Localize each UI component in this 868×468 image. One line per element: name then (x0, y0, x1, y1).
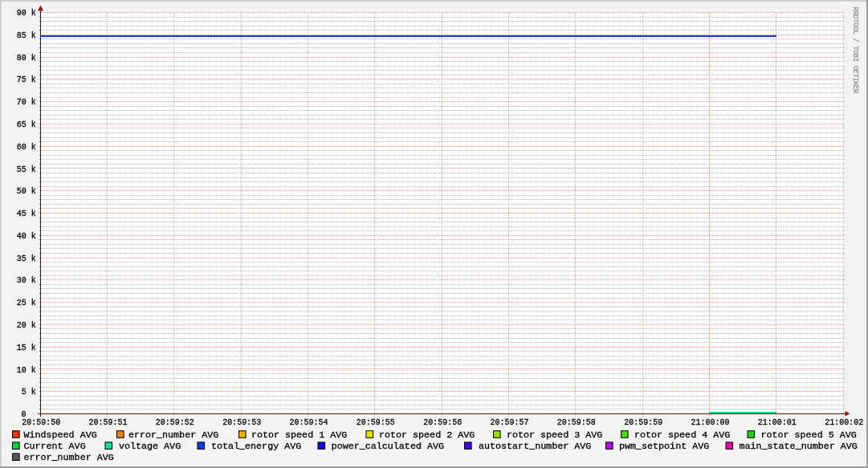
svg-text:20:59:50: 20:59:50 (22, 418, 60, 427)
svg-text:40 k: 40 k (17, 232, 36, 241)
svg-text:rotor speed 2 AVG: rotor speed 2 AVG (379, 429, 475, 441)
svg-text:35 k: 35 k (17, 254, 36, 263)
svg-text:70 k: 70 k (17, 98, 36, 107)
svg-text:error_number AVG: error_number AVG (128, 429, 218, 441)
svg-text:20:59:52: 20:59:52 (156, 418, 194, 427)
svg-text:20 k: 20 k (17, 321, 36, 330)
svg-text:10 k: 10 k (17, 366, 36, 375)
svg-text:total_energy AVG: total_energy AVG (211, 441, 301, 452)
svg-text:45 k: 45 k (17, 210, 36, 218)
svg-text:20:59:58: 20:59:58 (557, 418, 596, 427)
svg-text:30 k: 30 k (17, 276, 36, 285)
svg-text:RRDTOOL / TOBI OETIKER: RRDTOOL / TOBI OETIKER (851, 7, 859, 94)
svg-text:voltage AVG: voltage AVG (119, 441, 181, 452)
svg-text:20:59:55: 20:59:55 (357, 418, 395, 427)
svg-text:50 k: 50 k (17, 187, 36, 196)
svg-text:20:59:51: 20:59:51 (89, 418, 128, 427)
svg-text:power_calculated AVG: power_calculated AVG (332, 441, 444, 452)
svg-text:rotor speed 3 AVG: rotor speed 3 AVG (507, 429, 602, 441)
svg-text:25 k: 25 k (17, 299, 36, 307)
svg-text:55 k: 55 k (17, 165, 36, 174)
svg-text:20:59:54: 20:59:54 (290, 418, 328, 427)
svg-text:20:59:56: 20:59:56 (423, 418, 462, 427)
svg-text:autostart_number AVG: autostart_number AVG (479, 441, 591, 452)
svg-text:20:59:53: 20:59:53 (222, 418, 261, 427)
svg-text:rotor speed 1 AVG: rotor speed 1 AVG (251, 429, 347, 441)
svg-text:65 k: 65 k (17, 120, 36, 129)
svg-text:60 k: 60 k (17, 143, 36, 152)
svg-text:20:59:59: 20:59:59 (624, 418, 662, 427)
svg-text:main_state_number AVG: main_state_number AVG (740, 441, 858, 452)
svg-text:85 k: 85 k (17, 31, 36, 40)
svg-text:21:00:00: 21:00:00 (691, 418, 730, 427)
svg-text:80 k: 80 k (17, 54, 36, 63)
svg-text:Current AVG: Current AVG (24, 441, 86, 452)
svg-text:20:59:57: 20:59:57 (491, 418, 529, 427)
svg-text:pwm_setpoint AVG: pwm_setpoint AVG (619, 441, 709, 452)
svg-text:5 k: 5 k (22, 388, 36, 397)
svg-text:90 k: 90 k (17, 9, 36, 18)
svg-text:rotor speed 4 AVG: rotor speed 4 AVG (634, 429, 730, 441)
svg-text:Windspeed AVG: Windspeed AVG (24, 429, 97, 441)
svg-text:21:00:01: 21:00:01 (758, 418, 797, 427)
svg-text:rotor speed 5 AVG: rotor speed 5 AVG (761, 429, 857, 441)
svg-text:15 k: 15 k (17, 344, 36, 352)
svg-text:21:00:02: 21:00:02 (825, 418, 863, 427)
svg-text:error_number AVG: error_number AVG (24, 452, 114, 463)
svg-text:75 k: 75 k (17, 75, 36, 84)
